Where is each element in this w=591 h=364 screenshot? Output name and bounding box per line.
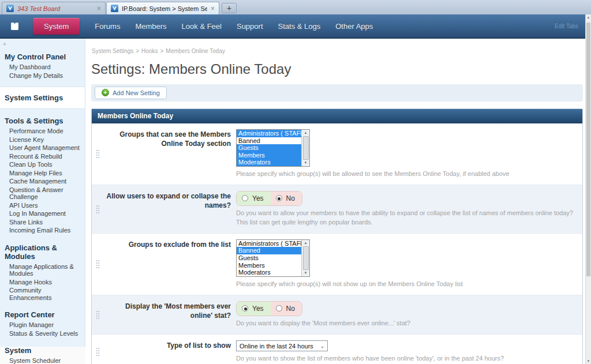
ipboard-favicon-icon (6, 5, 14, 12)
sidebar-item-status-severity-levels[interactable]: Status & Severity Levels (0, 329, 85, 338)
listbox-option[interactable]: Guests (237, 254, 301, 262)
radio-label: No (286, 305, 295, 313)
browser-tab-test-board[interactable]: 343 Test Board × (2, 2, 106, 14)
scrollbar-thumb[interactable] (303, 246, 309, 270)
setting-row-most-members-stat: Display the 'Most members ever online' s… (92, 295, 582, 334)
sidebar-item-my-dashboard[interactable]: My Dashboard (0, 63, 85, 72)
groups-see-multiselect[interactable]: Administrators ( STAFF ) Banned Guests M… (236, 129, 310, 167)
scroll-up-icon[interactable]: ▲ (586, 16, 591, 19)
drag-handle-icon[interactable] (96, 310, 100, 319)
listbox-option[interactable]: Banned (237, 137, 301, 145)
setting-row-list-type: Type of list to show Online in the last … (92, 334, 582, 364)
sidebar-item-change-my-details[interactable]: Change My Details (0, 72, 85, 80)
scroll-down-icon[interactable]: ▼ (304, 160, 308, 166)
add-new-setting-button[interactable]: + Add New Setting (95, 87, 167, 99)
drag-handle-icon[interactable] (96, 149, 100, 158)
radio-yes[interactable]: Yes (237, 302, 271, 316)
nav-item-members[interactable]: Members (128, 22, 174, 31)
sidebar-item-community-enhancements[interactable]: Community Enhancements (0, 286, 85, 302)
sidebar-item-share-links[interactable]: Share Links (0, 218, 85, 227)
scroll-down-icon[interactable]: ▼ (586, 359, 591, 363)
sidebar-item-clean-up-tools[interactable]: Clean Up Tools (0, 160, 85, 169)
nav-item-stats-and-logs[interactable]: Stats & Logs (271, 22, 328, 31)
listbox-scrollbar[interactable]: ▲ ▼ (301, 130, 309, 166)
close-icon[interactable]: × (97, 6, 101, 12)
listbox-option[interactable]: Members (237, 152, 301, 159)
sidebar-section-title[interactable]: System Settings (0, 92, 85, 104)
nav-item-forums[interactable]: Forums (87, 22, 128, 31)
listbox-option[interactable]: Administrators ( STAFF ) (237, 240, 301, 247)
drag-handle-icon[interactable] (96, 347, 100, 356)
sidebar-item-performance-mode[interactable]: Performance Mode (0, 127, 85, 136)
sidebar-item-recount-rebuild[interactable]: Recount & Rebuild (0, 152, 85, 161)
list-type-select[interactable]: Online in the last 24 hours ⌄ (236, 340, 328, 351)
breadcrumb-separator: > (136, 48, 139, 54)
breadcrumb-item[interactable]: System Settings (92, 48, 133, 54)
new-tab-button[interactable]: + (222, 3, 237, 13)
sidebar-item-user-agent-management[interactable]: User Agent Management (0, 144, 85, 152)
radio-no[interactable]: No (271, 302, 302, 316)
tab-title: IP.Board: System > System Settings (122, 5, 207, 12)
admin-nav-bar: System Forums Members Look & Feel Suppor… (0, 14, 591, 39)
nav-item-system[interactable]: System (33, 18, 80, 35)
close-icon[interactable]: × (211, 6, 215, 12)
browser-tab-system-settings[interactable]: IP.Board: System > System Settings × (106, 2, 219, 14)
setting-row-groups-see: Groups that can see the Members Online T… (92, 123, 582, 185)
setting-row-expand-collapse: Allow users to expand or collapse the na… (92, 185, 582, 233)
tab-title: 343 Test Board (17, 5, 93, 12)
scroll-up-icon[interactable]: ▲ (304, 241, 308, 246)
page-scrollbar[interactable]: ▲ ▼ (585, 14, 591, 364)
radio-icon (276, 305, 282, 312)
listbox-option[interactable]: Moderators (237, 159, 301, 166)
sidebar-item-license-key[interactable]: License Key (0, 136, 85, 144)
scrollbar-thumb[interactable] (303, 136, 309, 160)
radio-yes[interactable]: Yes (237, 192, 271, 205)
scrollbar-thumb[interactable] (586, 22, 590, 276)
listbox-option[interactable]: Administrators ( STAFF ) (237, 130, 301, 137)
sidebar-item-log-in-management[interactable]: Log In Management (0, 209, 85, 218)
sidebar-collapse-icon[interactable]: + (0, 40, 85, 48)
browser-tab-bar: 343 Test Board × IP.Board: System > Syst… (0, 0, 591, 14)
ipboard-favicon-icon (111, 5, 118, 12)
sidebar-item-api-users[interactable]: API Users (0, 201, 85, 210)
scroll-down-icon[interactable]: ▼ (304, 271, 308, 276)
settings-panel: Members Online Today Groups that can see… (91, 108, 583, 364)
panel-title: Members Online Today (92, 109, 582, 123)
sidebar-section-system-settings[interactable]: System Settings (0, 87, 85, 109)
toolbar: + Add New Setting (91, 84, 583, 102)
select-value: Online in the last 24 hours (240, 343, 313, 350)
sidebar-item-question-answer-challenge[interactable]: Question & Answer Challenge (0, 186, 85, 201)
sidebar-section-title: Tools & Settings (0, 115, 85, 127)
breadcrumb-item[interactable]: Hooks (141, 48, 158, 54)
nav-item-look-and-feel[interactable]: Look & Feel (174, 22, 229, 31)
sidebar-item-manage-help-files[interactable]: Manage Help Files (0, 169, 85, 178)
sidebar-section-tools-and-settings: Tools & Settings Performance Mode Licens… (0, 112, 85, 239)
setting-label: Type of list to show (103, 340, 231, 363)
sidebar-item-manage-applications-modules[interactable]: Manage Applications & Modules (0, 262, 85, 278)
listbox-option[interactable]: Moderators (237, 269, 301, 276)
scroll-up-icon[interactable]: ▲ (304, 130, 308, 136)
radio-checked-icon (242, 305, 248, 312)
breadcrumb-item[interactable]: Members Online Today (166, 48, 225, 54)
sidebar-section-title: Report Center (0, 309, 85, 321)
listbox-option[interactable]: Members (237, 262, 301, 269)
groups-exclude-multiselect[interactable]: Administrators ( STAFF ) Banned Guests M… (236, 239, 310, 277)
nav-item-other-apps[interactable]: Other Apps (328, 22, 380, 31)
listbox-option[interactable]: Banned (237, 247, 301, 254)
sidebar-item-plugin-manager[interactable]: Plugin Manager (0, 321, 85, 329)
sidebar-item-incoming-email-rules[interactable]: Incoming Email Rules (0, 226, 85, 235)
main-content: System Settings>Hooks>Members Online Tod… (85, 39, 591, 364)
listbox-scrollbar[interactable]: ▲ ▼ (301, 240, 309, 276)
sidebar-item-cache-management[interactable]: Cache Management (0, 177, 85, 186)
setting-help: Do you want to show the list of members … (236, 354, 578, 363)
nav-item-support[interactable]: Support (229, 22, 271, 31)
page-body: + My Control Panel My Dashboard Change M… (0, 39, 591, 364)
drag-handle-icon[interactable] (96, 260, 100, 268)
drag-handle-icon[interactable] (96, 205, 100, 213)
listbox-option[interactable]: Guests (237, 144, 301, 152)
sidebar-item-manage-hooks[interactable]: Manage Hooks (0, 278, 85, 287)
breadcrumb: System Settings>Hooks>Members Online Tod… (92, 48, 583, 54)
add-button-label: Add New Setting (113, 89, 160, 96)
sidebar-item-system-scheduler[interactable]: System Scheduler (0, 357, 85, 364)
radio-no[interactable]: No (271, 192, 302, 205)
